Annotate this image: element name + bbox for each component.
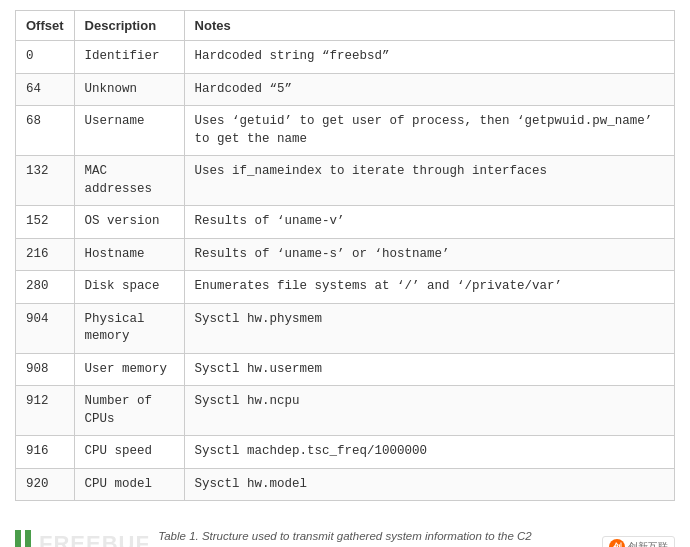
- logo-bar-1: [15, 530, 21, 547]
- table-row: 280Disk spaceEnumerates file systems at …: [16, 271, 675, 304]
- cell-description: CPU speed: [74, 436, 184, 469]
- cell-description: Disk space: [74, 271, 184, 304]
- cell-offset: 132: [16, 156, 75, 206]
- cell-offset: 64: [16, 73, 75, 106]
- table-container: Offset Description Notes 0IdentifierHard…: [0, 0, 690, 506]
- cell-offset: 908: [16, 353, 75, 386]
- table-row: 152OS versionResults of ‘uname-v’: [16, 206, 675, 239]
- table-row: 216HostnameResults of ‘uname-s’ or ‘host…: [16, 238, 675, 271]
- cell-offset: 0: [16, 41, 75, 74]
- col-header-offset: Offset: [16, 11, 75, 41]
- chuangxin-icon: 创: [609, 539, 625, 547]
- cell-notes: Hardcoded “5”: [184, 73, 674, 106]
- cell-offset: 904: [16, 303, 75, 353]
- table-row: 0IdentifierHardcoded string “freebsd”: [16, 41, 675, 74]
- table-row: 132MAC addressesUses if_nameindex to ite…: [16, 156, 675, 206]
- cell-notes: Enumerates file systems at ‘/’ and ‘/pri…: [184, 271, 674, 304]
- table-header-row: Offset Description Notes: [16, 11, 675, 41]
- chuangxin-logo: 创 创新互联: [602, 536, 675, 547]
- cell-notes: Uses if_nameindex to iterate through int…: [184, 156, 674, 206]
- cell-offset: 916: [16, 436, 75, 469]
- cell-offset: 68: [16, 106, 75, 156]
- cell-offset: 216: [16, 238, 75, 271]
- logo-freebuf-text: FREEBUF: [39, 531, 150, 547]
- cell-notes: Sysctl machdep.tsc_freq/1000000: [184, 436, 674, 469]
- cell-notes: Sysctl hw.usermem: [184, 353, 674, 386]
- table-row: 912Number of CPUsSysctl hw.ncpu: [16, 386, 675, 436]
- cell-notes: Results of ‘uname-s’ or ‘hostname’: [184, 238, 674, 271]
- cell-description: Identifier: [74, 41, 184, 74]
- cell-description: Unknown: [74, 73, 184, 106]
- table-row: 68UsernameUses ‘getuid’ to get user of p…: [16, 106, 675, 156]
- logo-right: 创 创新互联: [602, 536, 675, 547]
- table-row: 64UnknownHardcoded “5”: [16, 73, 675, 106]
- cell-description: OS version: [74, 206, 184, 239]
- chuangxin-text: 创新互联: [628, 540, 668, 547]
- cell-notes: Results of ‘uname-v’: [184, 206, 674, 239]
- cell-offset: 912: [16, 386, 75, 436]
- logo-bar-2: [25, 530, 31, 547]
- col-header-notes: Notes: [184, 11, 674, 41]
- cell-notes: Uses ‘getuid’ to get user of process, th…: [184, 106, 674, 156]
- cell-offset: 280: [16, 271, 75, 304]
- cell-offset: 152: [16, 206, 75, 239]
- table-row: 908User memorySysctl hw.usermem: [16, 353, 675, 386]
- footer: FREEBUF Table 1. Structure used to trans…: [0, 506, 690, 547]
- table-row: 916CPU speedSysctl machdep.tsc_freq/1000…: [16, 436, 675, 469]
- cell-notes: Sysctl hw.physmem: [184, 303, 674, 353]
- cell-description: Physical memory: [74, 303, 184, 353]
- cell-description: Hostname: [74, 238, 184, 271]
- cell-description: Number of CPUs: [74, 386, 184, 436]
- col-header-description: Description: [74, 11, 184, 41]
- cell-description: MAC addresses: [74, 156, 184, 206]
- cell-offset: 920: [16, 468, 75, 501]
- cell-description: Username: [74, 106, 184, 156]
- cell-description: User memory: [74, 353, 184, 386]
- footer-caption: Table 1. Structure used to transmit gath…: [158, 530, 532, 542]
- logo-left: FREEBUF: [15, 530, 150, 547]
- data-table: Offset Description Notes 0IdentifierHard…: [15, 10, 675, 501]
- cell-description: CPU model: [74, 468, 184, 501]
- cell-notes: Sysctl hw.model: [184, 468, 674, 501]
- cell-notes: Hardcoded string “freebsd”: [184, 41, 674, 74]
- table-row: 904Physical memorySysctl hw.physmem: [16, 303, 675, 353]
- cell-notes: Sysctl hw.ncpu: [184, 386, 674, 436]
- table-row: 920CPU modelSysctl hw.model: [16, 468, 675, 501]
